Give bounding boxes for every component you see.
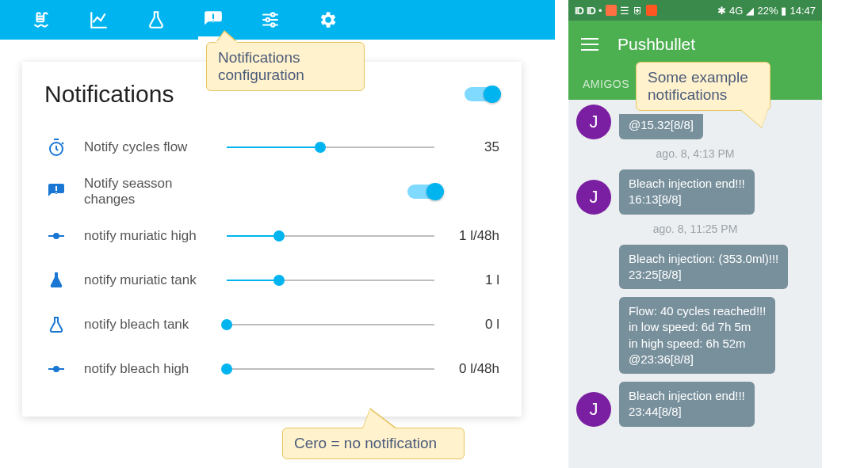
svg-point-4 — [54, 234, 59, 238]
chat-bubble: Bleach injection end!!!16:13[8/8] — [619, 169, 755, 215]
tab-pool[interactable] — [32, 10, 52, 30]
row-value: 1 l — [442, 272, 499, 288]
tab-flask[interactable] — [146, 10, 166, 30]
row-label: Notify cycles flow — [68, 139, 219, 155]
avatar: J — [576, 180, 611, 215]
chat-bubble: @15.32[8/8] — [619, 114, 703, 139]
alert-icon — [44, 182, 68, 201]
chat-timestamp: ago. 8, 4:13 PM — [576, 147, 814, 160]
bluetooth-icon: ✱ — [717, 5, 726, 17]
status-app-icon — [646, 5, 657, 16]
callout-zero: Cero = no notification — [282, 428, 465, 459]
chat-list: J@15.32[8/8]ago. 8, 4:13 PMJBleach injec… — [568, 100, 822, 427]
chat-message: Flow: 40 cycles reached!!!in low speed: … — [576, 297, 814, 374]
setting-row: notify muriatic high 1 l/48h — [44, 214, 499, 258]
callout-examples-text: Some example notifications — [648, 69, 748, 103]
row-slider[interactable] — [227, 324, 434, 325]
svg-point-2 — [271, 23, 274, 26]
node-icon — [44, 360, 68, 379]
flasko-icon — [44, 315, 68, 334]
setting-row: notify bleach tank 0 l — [44, 302, 499, 347]
setting-row: notify bleach high 0 l/48h — [44, 347, 499, 391]
row-label: notify muriatic high — [68, 228, 219, 244]
row-label: notify bleach tank — [68, 317, 219, 333]
net-label: 4G — [729, 5, 743, 17]
setting-row: notify muriatic tank 1 l — [44, 258, 499, 302]
chat-message: Bleach injection: (353.0ml)!!!23:25[8/8] — [576, 245, 814, 290]
tab-bar — [0, 0, 555, 40]
status-time: 14:47 — [790, 5, 816, 17]
callout-config-text: Notifications configuration — [218, 49, 304, 83]
timer-icon — [44, 138, 68, 157]
flaskf-icon — [44, 271, 68, 290]
signal-icon: ◢ — [746, 5, 754, 17]
row-slider[interactable] — [227, 235, 434, 237]
row-value: 0 l — [442, 317, 499, 333]
status-bar: ID ID • ☰ ⛨ ✱ 4G ◢ 22% ▮ 14:47 — [568, 0, 822, 21]
tab-tune[interactable] — [260, 10, 281, 30]
setting-row: Notify seasson changes — [44, 169, 499, 214]
battery-pct: 22% — [757, 5, 778, 17]
chat-timestamp: ago. 8, 11:25 PM — [576, 223, 814, 235]
svg-point-5 — [54, 367, 59, 371]
chat-bubble: Flow: 40 cycles reached!!!in low speed: … — [619, 297, 775, 374]
page-title: Notifications — [44, 81, 174, 108]
row-slider[interactable] — [227, 146, 434, 148]
phone-tab-amigos[interactable]: AMIGOS — [583, 78, 629, 90]
chat-message: JBleach injection end!!!16:13[8/8] — [576, 169, 814, 215]
battery-icon: ▮ — [781, 5, 786, 17]
row-label: notify muriatic tank — [68, 272, 219, 288]
notifications-card: Notifications Notify cycles flow 35 Noti… — [22, 62, 522, 417]
avatar: J — [576, 392, 611, 427]
callout-zero-text: Cero = no notification — [294, 435, 437, 451]
row-slider[interactable] — [227, 280, 434, 281]
callout-examples: Some example notifications — [636, 62, 770, 111]
tab-notifications[interactable] — [203, 10, 224, 30]
chat-bubble: Bleach injection: (353.0ml)!!!23:25[8/8] — [619, 245, 788, 290]
row-label: Notify seasson changes — [68, 176, 219, 207]
avatar: J — [576, 105, 611, 139]
hamburger-icon[interactable] — [581, 38, 598, 51]
setting-row: Notify cycles flow 35 — [44, 125, 499, 169]
row-value: 0 l/48h — [442, 361, 499, 377]
phone-header: Pushbullet — [568, 21, 822, 68]
row-toggle[interactable] — [407, 185, 442, 199]
chat-message: JBleach injection end!!!23:44[8/8] — [576, 382, 814, 427]
master-toggle[interactable] — [465, 87, 499, 101]
tab-settings[interactable] — [317, 10, 338, 30]
row-label: notify bleach high — [68, 361, 219, 377]
svg-point-0 — [271, 13, 274, 16]
chat-bubble: Bleach injection end!!!23:44[8/8] — [619, 382, 755, 427]
node-icon — [44, 226, 68, 245]
status-app-icon — [606, 5, 617, 16]
row-slider[interactable] — [227, 368, 434, 370]
phone-app-title: Pushbullet — [618, 35, 695, 54]
svg-point-1 — [266, 18, 270, 21]
callout-config: Notifications configuration — [206, 42, 365, 91]
row-value: 35 — [442, 139, 499, 155]
row-value: 1 l/48h — [442, 228, 499, 244]
tab-chart[interactable] — [89, 10, 109, 30]
